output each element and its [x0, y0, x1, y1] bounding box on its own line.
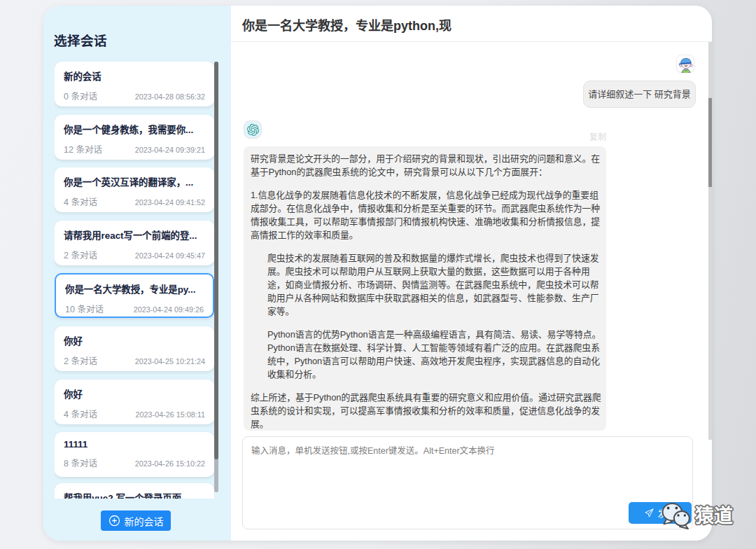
svg-text:猿道: 猿道 [694, 505, 733, 527]
